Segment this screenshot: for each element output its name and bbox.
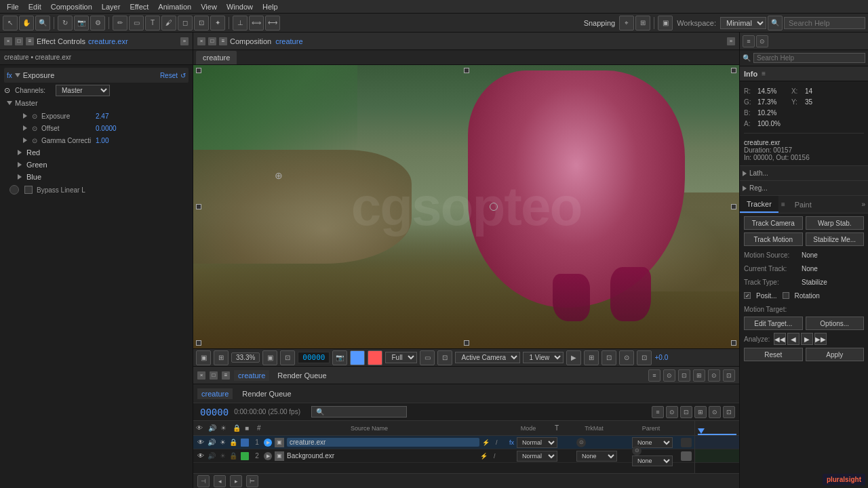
3d-view[interactable]: ⊞ [584,350,599,365]
menu-edit[interactable]: Edit [24,1,45,12]
tl-hide-btn[interactable]: ⊡ [680,406,692,418]
comp-expand-btn[interactable]: » [727,37,735,45]
creature-tab[interactable]: creature [196,51,237,64]
tl-flow-btn[interactable]: ⊙ [663,369,675,382]
proportional-grid[interactable]: ⊞ [635,16,650,30]
camera-snap[interactable]: 📷 [332,350,347,365]
exposure-reset[interactable]: Reset [160,72,178,79]
fit-comp[interactable]: ▣ [262,350,277,365]
position-checkbox[interactable]: ✓ [744,292,751,299]
quality-select[interactable]: Full [385,352,417,363]
preview-btn[interactable]: ▣ [658,16,673,30]
render-btn[interactable]: ▶ [566,350,581,365]
settings-tool[interactable]: ⚙ [90,16,105,30]
track-motion-btn[interactable]: Track Motion [744,232,803,246]
info-menu-icon[interactable]: ≡ [762,70,766,77]
render-queue-tab[interactable]: Render Queue [273,370,330,381]
handle-ml[interactable] [196,204,201,209]
rotate-tool[interactable]: ↻ [58,16,73,30]
tl-collapse-btn[interactable]: ⊙ [709,406,721,418]
tl-comp-btn[interactable]: ≡ [648,369,660,382]
exposure-section[interactable]: fx Exposure Reset ↺ [4,68,189,83]
layer1-solo-btn[interactable]: ☀ [218,438,227,447]
layer1-name[interactable]: creature.exr [287,438,479,447]
tracker-apply-btn[interactable]: Apply [806,348,865,361]
tl-motion-btn[interactable]: ⊞ [693,369,705,382]
brush-tool[interactable]: 🖌 [161,16,176,30]
go-prev-btn[interactable]: ◂ [214,475,226,487]
handle-mr[interactable] [731,204,736,209]
stamp-tool[interactable]: ⊡ [194,16,209,30]
color-swatch[interactable] [350,350,365,365]
tl-lock-btn[interactable]: ⊙ [666,406,678,418]
menu-composition[interactable]: Composition [47,1,96,12]
blue-row[interactable]: Blue [4,171,189,183]
green-expand[interactable] [18,161,24,168]
handle-bm[interactable] [464,340,469,346]
rotation-checkbox[interactable] [783,292,789,299]
analyze-back-btn[interactable]: ◀◀ [774,333,786,345]
comp-viewport[interactable]: cgsopteo ⊕ [193,65,739,348]
exposure-prop-value[interactable]: 2.47 [96,113,108,120]
go-last-btn[interactable]: ⊢ [246,475,258,487]
layer2-parent-select[interactable]: None [632,455,673,466]
menu-file[interactable]: File [3,1,23,12]
distribute-tool[interactable]: ⟺ [249,16,264,30]
puppet-tool[interactable]: ✦ [210,16,225,30]
layer2-lock-btn[interactable]: 🔒 [229,451,238,461]
timeline-search-input[interactable] [311,406,407,418]
timeline-menu-btn[interactable]: ≡ [222,371,230,380]
layer1-vis-btn[interactable]: 👁 [196,438,205,447]
menu-layer[interactable]: Layer [98,1,125,12]
analyze-forward-btn[interactable]: ▶▶ [814,333,827,345]
channels-dropdown[interactable]: Master [56,85,110,96]
handle-br[interactable] [731,340,736,346]
menu-help[interactable]: Help [258,1,282,12]
handle-tl[interactable] [196,68,201,73]
layer-row-2[interactable]: 👁 🔊 ☀ 🔒 2 ▶ ▣ Background.exr ⚡ / [193,449,694,463]
layer2-vis-btn[interactable]: 👁 [196,451,205,461]
track-camera-btn[interactable]: Track Camera [744,216,803,230]
timeline-creature-tab2[interactable]: creature [197,388,233,399]
stabilize-btn[interactable]: Stabilize Me... [806,232,865,246]
camera-select[interactable]: Active Camera [455,352,520,363]
comp-close-btn[interactable]: × [197,37,205,45]
view-select[interactable]: 1 View [523,352,564,363]
go-first-btn[interactable]: ⊣ [197,475,210,487]
layer2-solo-btn[interactable]: ☀ [218,451,227,461]
panel-close-btn[interactable]: × [4,37,12,45]
red-row[interactable]: Red [4,146,189,159]
color-swatch2[interactable] [368,350,382,365]
timecode-display[interactable]: 00000 [298,352,330,363]
options-btn[interactable]: Options... [806,317,865,330]
tl-expand-btn[interactable]: ⊞ [694,406,707,418]
layer1-audio-btn[interactable]: 🔊 [207,438,216,447]
gamma-expand[interactable] [23,137,30,144]
reset-view[interactable]: ⊙ [619,350,634,365]
menu-effect[interactable]: Effect [125,1,153,12]
tracker-reset-btn[interactable]: Reset [744,348,803,361]
toggle-transparency[interactable]: ▣ [196,350,211,365]
offset-prop-value[interactable]: 0.0000 [96,125,117,132]
master-triangle[interactable] [7,101,12,105]
snapping-toggle[interactable]: ⌖ [619,16,634,30]
rp-btn2[interactable]: ⊙ [756,35,768,47]
layer1-switches[interactable]: ⚡ [482,439,492,446]
analyze-prev-btn[interactable]: ◀ [787,333,800,345]
zoom-tool[interactable]: 🔍 [35,16,50,30]
analyze-next-btn[interactable]: ▶ [801,333,813,345]
tracker-expand-btn[interactable]: » [859,201,868,208]
mask-tool[interactable]: ▭ [129,16,144,30]
zoom-display[interactable]: 33.3% [231,352,260,363]
menu-animation[interactable]: Animation [154,1,195,12]
distribute2-tool[interactable]: ⟷ [265,16,280,30]
lath-triangle[interactable] [743,171,747,176]
timeline-close-btn[interactable]: × [197,371,205,380]
track-row-2[interactable] [695,449,739,463]
tl-options-btn[interactable]: ⊡ [723,406,735,418]
layer2-name[interactable]: Background.exr [287,452,477,460]
layer2-switches[interactable]: ⚡ [480,453,490,460]
layer2-trkmat-select[interactable]: None [576,451,617,462]
layer1-fx[interactable]: fx [508,439,515,446]
layer1-expand[interactable]: ▶ [264,439,272,447]
